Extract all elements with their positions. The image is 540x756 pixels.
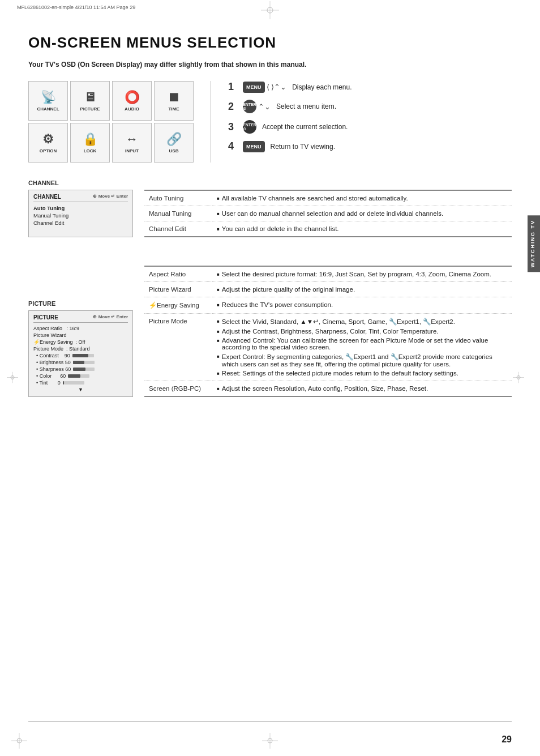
- channel-label-0: Auto Tuning: [144, 190, 212, 206]
- right-crosshair: [513, 371, 524, 385]
- spacer: [28, 254, 512, 266]
- picture-label-aspect: Aspect Ratio: [144, 266, 212, 282]
- channel-desc-1: User can do manual channel selection and…: [212, 206, 512, 221]
- menu-label-option: OPTION: [40, 148, 57, 153]
- separator-line: [211, 81, 211, 163]
- picture-desc-mode: Select the Vivid, Standard, ▲▼↵, Cinema,…: [212, 314, 512, 381]
- picture-osd-item-2: ⚡Energy Saving : Off: [33, 339, 128, 345]
- step-4: 4 MENU Return to TV viewing.: [228, 140, 512, 152]
- bottom-line: [28, 721, 512, 722]
- bottom-left-crosshair: [11, 733, 27, 750]
- step-3-text: Accept the current selection.: [262, 123, 348, 131]
- step-1-nav-arrows: ⟨ ⟩⌃⌄: [267, 83, 287, 91]
- step-3-number: 3: [228, 121, 237, 133]
- channel-section-label: CHANNEL: [28, 180, 512, 186]
- menu-label-picture: PICTURE: [80, 106, 100, 112]
- step-4-menu-btn: MENU: [243, 141, 265, 152]
- picture-osd-item-contrast: • Contrast 90: [33, 352, 128, 359]
- picture-osd-nav: ⊕ Move ↵ Enter: [93, 314, 128, 321]
- steps-section: 1 MENU ⟨ ⟩⌃⌄ Display each menu. 2 ENTER⊙…: [228, 81, 512, 152]
- menu-label-usb: USB: [169, 148, 179, 153]
- table-row: Channel Edit You can add or delete in th…: [144, 221, 512, 237]
- channel-osd-nav: ⊕ Move ↵ Enter: [93, 194, 128, 200]
- page-title: ON-SCREEN MENUS SELECTION: [28, 34, 512, 52]
- step-2: 2 ENTER⊙ ⌃⌄ Select a menu item.: [228, 100, 512, 113]
- page-number: 29: [502, 734, 512, 745]
- picture-osd-item-brightness: • Brightness 50: [33, 359, 128, 366]
- menu-icon-lock: 🔒 LOCK: [70, 123, 110, 163]
- picture-osd-menu: PICTURE ⊕ Move ↵ Enter Aspect Ratio : 16…: [28, 310, 133, 397]
- channel-osd-header: CHANNEL ⊕ Move ↵ Enter: [33, 194, 128, 202]
- picture-osd-item-tint: • Tint 0: [33, 379, 128, 386]
- bottom-center-crosshair: [262, 733, 278, 750]
- picture-osd-item-0: Aspect Ratio : 16:9: [33, 325, 128, 332]
- channel-section: CHANNEL ⊕ Move ↵ Enter Auto Tuning Manua…: [28, 190, 512, 237]
- menu-label-input: INPUT: [125, 148, 139, 153]
- picture-desc-energy: Reduces the TV's power consumption.: [212, 297, 512, 314]
- table-row: Auto Tuning All available TV channels ar…: [144, 190, 512, 206]
- table-row: Picture Wizard Adjust the picture qualit…: [144, 282, 512, 297]
- menu-label-time: TIME: [168, 106, 179, 112]
- step-1: 1 MENU ⟨ ⟩⌃⌄ Display each menu.: [228, 81, 512, 93]
- step-3: 3 ENTER⊙ Accept the current selection.: [228, 120, 512, 134]
- step-2-text: Select a menu item.: [276, 102, 336, 110]
- step-2-number: 2: [228, 101, 237, 113]
- menu-icon-option: ⚙ OPTION: [28, 123, 68, 163]
- table-row: Aspect Ratio Select the desired picture …: [144, 266, 512, 282]
- channel-osd-item-2: Channel Edit: [33, 219, 128, 227]
- picture-label-screen: Screen (RGB-PC): [144, 381, 212, 397]
- step-2-nav-arrows: ⌃⌄: [258, 102, 271, 111]
- menu-icon-picture: 🖥 PICTURE: [70, 81, 110, 121]
- menu-label-audio: AUDIO: [125, 106, 139, 112]
- menu-icon-channel: 📡 CHANNEL: [28, 81, 68, 121]
- channel-desc-0: All available TV channels are searched a…: [212, 190, 512, 206]
- channel-info-table: Auto Tuning All available TV channels ar…: [144, 190, 512, 237]
- picture-desc-screen: Adjust the screen Resolution, Auto confi…: [212, 381, 512, 397]
- menu-icon-input: ↔ INPUT: [112, 123, 152, 163]
- picture-osd-scroll: ▼: [33, 386, 128, 393]
- channel-osd-item-1: Manual Tuning: [33, 212, 128, 219]
- channel-osd-title: CHANNEL: [33, 194, 61, 200]
- channel-label-2: Channel Edit: [144, 221, 212, 237]
- channel-label-1: Manual Tuning: [144, 206, 212, 221]
- channel-osd-item-0: Auto Tuning: [33, 204, 128, 212]
- picture-section: PICTURE PICTURE ⊕ Move ↵ Enter Aspect Ra…: [28, 266, 512, 397]
- channel-osd-menu: CHANNEL ⊕ Move ↵ Enter Auto Tuning Manua…: [28, 190, 133, 237]
- picture-label-mode: Picture Mode: [144, 314, 212, 381]
- subtitle: Your TV's OSD (On Screen Display) may di…: [28, 61, 512, 69]
- step-1-number: 1: [228, 81, 237, 93]
- picture-osd-item-3: Picture Mode : Standard: [33, 345, 128, 352]
- menu-label-lock: LOCK: [84, 148, 97, 153]
- picture-label-energy: ⚡Energy Saving: [144, 297, 212, 314]
- picture-osd-header: PICTURE ⊕ Move ↵ Enter: [33, 314, 128, 323]
- menu-icon-grid: 📡 CHANNEL 🖥 PICTURE ⭕ AUDIO ⏹ TIME ⚙: [28, 81, 194, 163]
- table-row: Picture Mode Select the Vivid, Standard,…: [144, 314, 512, 381]
- picture-osd-item-color: • Color 60: [33, 373, 128, 379]
- channel-desc-2: You can add or delete in the channel lis…: [212, 221, 512, 237]
- picture-desc-wizard: Adjust the picture quality of the origin…: [212, 282, 512, 297]
- step-1-text: Display each menu.: [292, 83, 352, 91]
- table-row: Manual Tuning User can do manual channel…: [144, 206, 512, 221]
- picture-osd-title: PICTURE: [33, 314, 58, 321]
- picture-info-table-container: Aspect Ratio Select the desired picture …: [144, 266, 512, 397]
- menu-icon-usb: 🔗 USB: [154, 123, 194, 163]
- menu-icon-time: ⏹ TIME: [154, 81, 194, 121]
- menu-icon-audio: ⭕ AUDIO: [112, 81, 152, 121]
- menu-label-channel: CHANNEL: [37, 106, 59, 112]
- picture-osd-container: PICTURE PICTURE ⊕ Move ↵ Enter Aspect Ra…: [28, 300, 133, 397]
- step-1-menu-btn: MENU: [243, 82, 265, 93]
- table-row: ⚡Energy Saving Reduces the TV's power co…: [144, 297, 512, 314]
- picture-desc-aspect: Select the desired picture format: 16:9,…: [212, 266, 512, 282]
- step-4-text: Return to TV viewing.: [271, 143, 336, 151]
- picture-osd-item-1: Picture Wizard: [33, 332, 128, 339]
- picture-section-label: PICTURE: [28, 300, 133, 307]
- step-3-enter-btn: ENTER⊙: [243, 120, 256, 134]
- left-crosshair: [7, 371, 18, 385]
- step-2-enter-btn: ENTER⊙: [243, 100, 256, 113]
- table-row: Screen (RGB-PC) Adjust the screen Resolu…: [144, 381, 512, 397]
- picture-label-wizard: Picture Wizard: [144, 282, 212, 297]
- step-4-number: 4: [228, 140, 237, 152]
- picture-osd-item-sharpness: • Sharpness 60: [33, 366, 128, 373]
